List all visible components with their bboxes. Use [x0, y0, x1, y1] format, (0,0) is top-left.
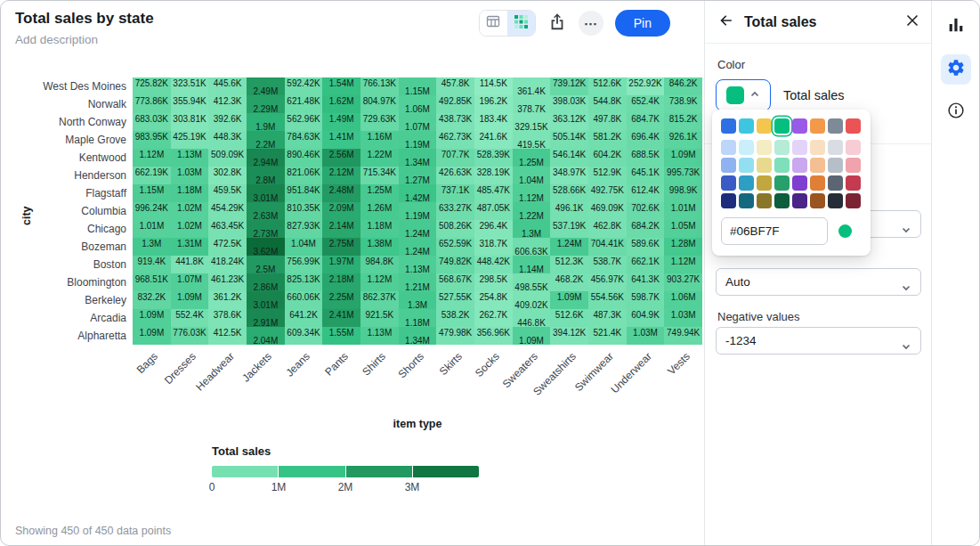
heatmap-cell[interactable]: 114.5K: [474, 77, 513, 95]
heatmap-cell[interactable]: 2.29M: [247, 95, 285, 113]
heatmap-cell[interactable]: 1.12M: [360, 273, 399, 291]
palette-swatch[interactable]: [757, 193, 772, 208]
palette-swatch[interactable]: [846, 175, 861, 191]
palette-swatch[interactable]: [792, 193, 807, 208]
heatmap-cell[interactable]: 581.2K: [588, 131, 627, 149]
heatmap-cell[interactable]: 1.14M: [513, 256, 551, 273]
heatmap-cell[interactable]: 498.55K: [513, 273, 551, 291]
heatmap-cell[interactable]: 296.4K: [474, 220, 513, 238]
heatmap-cell[interactable]: 1.55M: [322, 327, 360, 345]
heatmap-cell[interactable]: 684.2K: [627, 220, 665, 238]
heatmap-cell[interactable]: 684.7K: [627, 113, 665, 131]
heatmap-cell[interactable]: 487.3K: [588, 309, 627, 327]
heatmap-cell[interactable]: 462.8K: [588, 220, 627, 238]
heatmap-cell[interactable]: 1.13M: [399, 256, 437, 273]
heatmap-cell[interactable]: 862.37K: [360, 291, 399, 309]
heatmap-cell[interactable]: 995.73K: [664, 167, 702, 184]
heatmap-cell[interactable]: 538.7K: [588, 256, 627, 273]
pin-button[interactable]: Pin: [615, 10, 670, 37]
heatmap-cell[interactable]: 1.12M: [664, 256, 702, 273]
heatmap-cell[interactable]: 704.41K: [588, 238, 627, 256]
heatmap-cell[interactable]: 1.13M: [171, 149, 209, 167]
heatmap-cell[interactable]: 1.07M: [171, 273, 209, 291]
heatmap-cell[interactable]: 445.6K: [208, 77, 247, 95]
heatmap-cell[interactable]: 1.09M: [550, 291, 588, 309]
palette-swatch[interactable]: [757, 158, 772, 173]
info-button[interactable]: [941, 97, 971, 127]
heatmap-cell[interactable]: 621.48K: [285, 95, 323, 113]
heatmap-cell[interactable]: 505.14K: [550, 131, 588, 149]
heatmap-cell[interactable]: 1.34M: [399, 327, 437, 345]
heatmap-cell[interactable]: 589.6K: [627, 238, 665, 256]
heatmap-cell[interactable]: 1.19M: [399, 131, 437, 149]
heatmap-cell[interactable]: 496.1K: [550, 202, 588, 220]
heatmap-cell[interactable]: 398.03K: [550, 95, 588, 113]
palette-swatch[interactable]: [721, 140, 736, 155]
heatmap-cell[interactable]: 463.45K: [208, 220, 247, 238]
close-button[interactable]: [905, 13, 919, 31]
heatmap-cell[interactable]: 509.09K: [208, 149, 247, 167]
heatmap-cell[interactable]: 890.46K: [285, 149, 323, 167]
palette-swatch[interactable]: [792, 140, 807, 155]
heatmap-cell[interactable]: 606.63K: [513, 238, 551, 256]
heatmap-cell[interactable]: 1.18M: [171, 184, 209, 202]
heatmap-cell[interactable]: 1.19M: [399, 202, 437, 220]
palette-swatch[interactable]: [739, 158, 754, 173]
heatmap-cell[interactable]: 2.18M: [322, 273, 360, 291]
heatmap-cell[interactable]: 426.63K: [436, 167, 474, 184]
heatmap-cell[interactable]: 479.98K: [436, 327, 474, 345]
heatmap-cell[interactable]: 328.19K: [474, 167, 513, 184]
heatmap-cell[interactable]: 827.93K: [285, 220, 323, 238]
heatmap-cell[interactable]: 1.05M: [664, 220, 702, 238]
heatmap-cell[interactable]: 1.3M: [399, 291, 437, 309]
heatmap-cell[interactable]: 361.2K: [208, 291, 247, 309]
heatmap-cell[interactable]: 766.13K: [360, 77, 399, 95]
heatmap-cell[interactable]: 355.94K: [171, 95, 209, 113]
heatmap-cell[interactable]: 528.66K: [550, 184, 588, 202]
heatmap-cell[interactable]: 749.94K: [664, 327, 702, 345]
heatmap-cell[interactable]: 1.12M: [513, 184, 551, 202]
heatmap-cell[interactable]: 462.73K: [436, 131, 474, 149]
heatmap-cell[interactable]: 737.1K: [436, 184, 474, 202]
heatmap-cell[interactable]: 2.86M: [247, 273, 285, 291]
heatmap-cell[interactable]: 598.7K: [627, 291, 665, 309]
heatmap-cell[interactable]: 1.25M: [513, 149, 551, 167]
heatmap-cell[interactable]: 441.8K: [171, 256, 209, 273]
palette-swatch[interactable]: [739, 140, 754, 155]
heatmap-cell[interactable]: 641.2K: [285, 309, 323, 327]
color-swatch-button[interactable]: [716, 79, 771, 111]
heatmap-cell[interactable]: 2.56M: [322, 149, 360, 167]
heatmap-cell[interactable]: 702.6K: [627, 202, 665, 220]
heatmap-cell[interactable]: 2.41M: [322, 309, 360, 327]
heatmap-cell[interactable]: 2.63M: [247, 202, 285, 220]
heatmap-cell[interactable]: 919.4K: [133, 256, 171, 273]
heatmap-cell[interactable]: 323.51K: [171, 77, 209, 95]
back-button[interactable]: [717, 12, 735, 33]
heatmap-cell[interactable]: 612.4K: [627, 184, 665, 202]
heatmap-cell[interactable]: 302.8K: [208, 167, 247, 184]
heatmap-cell[interactable]: 1.22M: [513, 202, 551, 220]
heatmap-cell[interactable]: 1.54M: [322, 77, 360, 95]
heatmap-cell[interactable]: 996.24K: [133, 202, 171, 220]
heatmap-cell[interactable]: 1.09M: [664, 149, 702, 167]
heatmap-cell[interactable]: 2.2M: [247, 131, 285, 149]
heatmap-cell[interactable]: 492.85K: [436, 95, 474, 113]
heatmap-cell[interactable]: 1.06M: [399, 95, 437, 113]
heatmap-cell[interactable]: 497.8K: [588, 113, 627, 131]
heatmap-cell[interactable]: 846.2K: [664, 77, 702, 95]
heatmap-cell[interactable]: 544.8K: [588, 95, 627, 113]
heatmap-cell[interactable]: 461.23K: [208, 273, 247, 291]
heatmap-view-button[interactable]: [507, 11, 535, 36]
heatmap-cell[interactable]: 1.22M: [360, 149, 399, 167]
heatmap-cell[interactable]: 3.62M: [247, 238, 285, 256]
heatmap-cell[interactable]: 1.02M: [171, 202, 209, 220]
palette-swatch[interactable]: [828, 158, 843, 173]
heatmap-cell[interactable]: 998.9K: [664, 184, 702, 202]
palette-swatch[interactable]: [739, 118, 754, 134]
heatmap-cell[interactable]: 696.4K: [627, 131, 665, 149]
heatmap-cell[interactable]: 254.8K: [474, 291, 513, 309]
heatmap-cell[interactable]: 2.75M: [322, 238, 360, 256]
heatmap-cell[interactable]: 392.6K: [208, 113, 247, 131]
heatmap-cell[interactable]: 1.24M: [399, 220, 437, 238]
heatmap-cell[interactable]: 512.9K: [588, 167, 627, 184]
